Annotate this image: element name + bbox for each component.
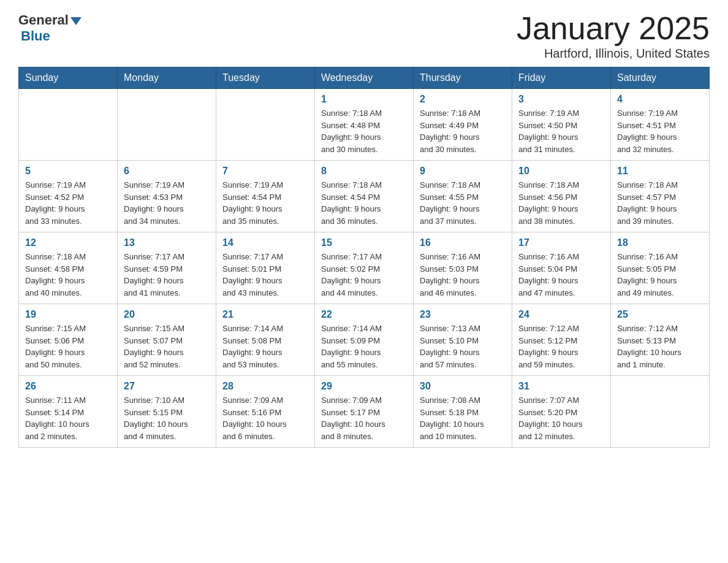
calendar-day-cell: 12Sunrise: 7:18 AM Sunset: 4:58 PM Dayli… [19, 232, 118, 304]
month-title: January 2025 [517, 12, 710, 44]
calendar-day-cell: 10Sunrise: 7:18 AM Sunset: 4:56 PM Dayli… [512, 161, 611, 232]
day-info: Sunrise: 7:16 AM Sunset: 5:05 PM Dayligh… [617, 251, 703, 299]
day-info: Sunrise: 7:17 AM Sunset: 5:02 PM Dayligh… [321, 251, 407, 299]
day-info: Sunrise: 7:15 AM Sunset: 5:07 PM Dayligh… [124, 323, 210, 370]
logo-blue-text: Blue [21, 28, 50, 44]
calendar-day-header: Monday [118, 67, 216, 89]
day-info: Sunrise: 7:11 AM Sunset: 5:14 PM Dayligh… [25, 394, 111, 442]
day-number: 30 [420, 381, 506, 392]
calendar-week-row: 12Sunrise: 7:18 AM Sunset: 4:58 PM Dayli… [19, 232, 710, 304]
day-number: 26 [25, 381, 111, 392]
calendar-day-cell: 5Sunrise: 7:19 AM Sunset: 4:52 PM Daylig… [19, 161, 118, 232]
calendar-day-cell: 13Sunrise: 7:17 AM Sunset: 4:59 PM Dayli… [118, 232, 216, 304]
calendar-week-row: 26Sunrise: 7:11 AM Sunset: 5:14 PM Dayli… [19, 376, 710, 448]
calendar-day-cell [19, 89, 118, 161]
calendar-day-cell: 19Sunrise: 7:15 AM Sunset: 5:06 PM Dayli… [19, 304, 118, 376]
calendar-day-header: Thursday [414, 67, 512, 89]
day-number: 6 [124, 166, 210, 177]
day-number: 29 [321, 381, 407, 392]
day-info: Sunrise: 7:12 AM Sunset: 5:13 PM Dayligh… [617, 323, 703, 370]
calendar-day-header: Friday [512, 67, 611, 89]
page-header: General Blue January 2025 Hartford, Illi… [18, 12, 710, 61]
logo: General Blue [18, 12, 82, 44]
calendar-day-cell: 28Sunrise: 7:09 AM Sunset: 5:16 PM Dayli… [216, 376, 315, 448]
calendar-day-cell [118, 89, 216, 161]
logo-triangle-icon [70, 17, 82, 25]
calendar-day-cell: 11Sunrise: 7:18 AM Sunset: 4:57 PM Dayli… [611, 161, 710, 232]
day-number: 7 [222, 166, 308, 177]
calendar-day-cell: 18Sunrise: 7:16 AM Sunset: 5:05 PM Dayli… [611, 232, 710, 304]
day-info: Sunrise: 7:10 AM Sunset: 5:15 PM Dayligh… [124, 394, 210, 442]
calendar-day-cell: 21Sunrise: 7:14 AM Sunset: 5:08 PM Dayli… [216, 304, 315, 376]
day-info: Sunrise: 7:18 AM Sunset: 4:56 PM Dayligh… [518, 179, 604, 227]
day-number: 16 [420, 237, 506, 248]
day-info: Sunrise: 7:13 AM Sunset: 5:10 PM Dayligh… [420, 323, 506, 370]
calendar-day-cell: 22Sunrise: 7:14 AM Sunset: 5:09 PM Dayli… [315, 304, 414, 376]
calendar-day-cell: 2Sunrise: 7:18 AM Sunset: 4:49 PM Daylig… [414, 89, 512, 161]
day-number: 12 [25, 237, 111, 248]
calendar-day-cell: 29Sunrise: 7:09 AM Sunset: 5:17 PM Dayli… [315, 376, 414, 448]
calendar-day-header: Tuesday [216, 67, 315, 89]
day-number: 3 [518, 94, 604, 105]
day-number: 23 [420, 309, 506, 320]
day-info: Sunrise: 7:14 AM Sunset: 5:08 PM Dayligh… [222, 323, 308, 370]
calendar-day-cell: 1Sunrise: 7:18 AM Sunset: 4:48 PM Daylig… [315, 89, 414, 161]
day-info: Sunrise: 7:15 AM Sunset: 5:06 PM Dayligh… [25, 323, 111, 370]
day-number: 19 [25, 309, 111, 320]
calendar-day-cell: 7Sunrise: 7:19 AM Sunset: 4:54 PM Daylig… [216, 161, 315, 232]
day-info: Sunrise: 7:16 AM Sunset: 5:04 PM Dayligh… [518, 251, 604, 299]
day-info: Sunrise: 7:18 AM Sunset: 4:58 PM Dayligh… [25, 251, 111, 299]
title-block: January 2025 Hartford, Illinois, United … [517, 12, 710, 61]
calendar-week-row: 1Sunrise: 7:18 AM Sunset: 4:48 PM Daylig… [19, 89, 710, 161]
day-number: 15 [321, 237, 407, 248]
day-info: Sunrise: 7:18 AM Sunset: 4:57 PM Dayligh… [617, 179, 703, 227]
day-info: Sunrise: 7:09 AM Sunset: 5:17 PM Dayligh… [321, 394, 407, 442]
day-info: Sunrise: 7:19 AM Sunset: 4:52 PM Dayligh… [25, 179, 111, 227]
day-number: 13 [124, 237, 210, 248]
day-info: Sunrise: 7:19 AM Sunset: 4:54 PM Dayligh… [222, 179, 308, 227]
day-number: 4 [617, 94, 703, 105]
calendar-day-cell: 23Sunrise: 7:13 AM Sunset: 5:10 PM Dayli… [414, 304, 512, 376]
day-number: 25 [617, 309, 703, 320]
day-info: Sunrise: 7:19 AM Sunset: 4:50 PM Dayligh… [518, 107, 604, 155]
calendar-day-cell: 24Sunrise: 7:12 AM Sunset: 5:12 PM Dayli… [512, 304, 611, 376]
day-info: Sunrise: 7:18 AM Sunset: 4:55 PM Dayligh… [420, 179, 506, 227]
day-number: 11 [617, 166, 703, 177]
calendar-week-row: 19Sunrise: 7:15 AM Sunset: 5:06 PM Dayli… [19, 304, 710, 376]
day-info: Sunrise: 7:08 AM Sunset: 5:18 PM Dayligh… [420, 394, 506, 442]
day-info: Sunrise: 7:18 AM Sunset: 4:54 PM Dayligh… [321, 179, 407, 227]
calendar-day-cell: 4Sunrise: 7:19 AM Sunset: 4:51 PM Daylig… [611, 89, 710, 161]
calendar-day-cell: 6Sunrise: 7:19 AM Sunset: 4:53 PM Daylig… [118, 161, 216, 232]
day-number: 10 [518, 166, 604, 177]
calendar-day-cell: 16Sunrise: 7:16 AM Sunset: 5:03 PM Dayli… [414, 232, 512, 304]
day-number: 14 [222, 237, 308, 248]
calendar-day-cell: 14Sunrise: 7:17 AM Sunset: 5:01 PM Dayli… [216, 232, 315, 304]
day-number: 22 [321, 309, 407, 320]
calendar-week-row: 5Sunrise: 7:19 AM Sunset: 4:52 PM Daylig… [19, 161, 710, 232]
day-info: Sunrise: 7:09 AM Sunset: 5:16 PM Dayligh… [222, 394, 308, 442]
calendar-day-cell [216, 89, 315, 161]
day-info: Sunrise: 7:14 AM Sunset: 5:09 PM Dayligh… [321, 323, 407, 370]
day-number: 20 [124, 309, 210, 320]
location-text: Hartford, Illinois, United States [517, 47, 710, 61]
calendar-day-cell: 31Sunrise: 7:07 AM Sunset: 5:20 PM Dayli… [512, 376, 611, 448]
calendar-day-cell: 27Sunrise: 7:10 AM Sunset: 5:15 PM Dayli… [118, 376, 216, 448]
calendar-day-cell: 8Sunrise: 7:18 AM Sunset: 4:54 PM Daylig… [315, 161, 414, 232]
day-number: 8 [321, 166, 407, 177]
calendar-day-header: Saturday [611, 67, 710, 89]
calendar-day-cell: 15Sunrise: 7:17 AM Sunset: 5:02 PM Dayli… [315, 232, 414, 304]
calendar-day-cell: 26Sunrise: 7:11 AM Sunset: 5:14 PM Dayli… [19, 376, 118, 448]
day-info: Sunrise: 7:07 AM Sunset: 5:20 PM Dayligh… [518, 394, 604, 442]
logo-general-text: General [18, 12, 69, 28]
day-info: Sunrise: 7:19 AM Sunset: 4:53 PM Dayligh… [124, 179, 210, 227]
calendar-day-cell [611, 376, 710, 448]
day-info: Sunrise: 7:12 AM Sunset: 5:12 PM Dayligh… [518, 323, 604, 370]
day-number: 2 [420, 94, 506, 105]
day-number: 21 [222, 309, 308, 320]
calendar-day-cell: 3Sunrise: 7:19 AM Sunset: 4:50 PM Daylig… [512, 89, 611, 161]
calendar-day-header: Sunday [19, 67, 118, 89]
calendar-header-row: SundayMondayTuesdayWednesdayThursdayFrid… [19, 67, 710, 89]
day-number: 1 [321, 94, 407, 105]
day-number: 27 [124, 381, 210, 392]
calendar-day-header: Wednesday [315, 67, 414, 89]
